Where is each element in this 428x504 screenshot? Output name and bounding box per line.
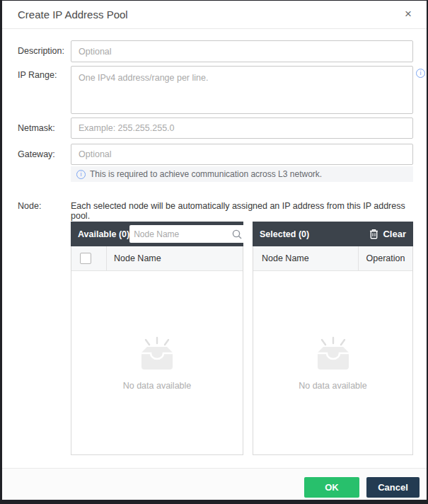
empty-box-icon (311, 336, 355, 372)
ip-range-textarea[interactable] (71, 66, 413, 114)
dialog-header: Create IP Address Pool × (2, 1, 427, 29)
description-label: Description: (18, 46, 64, 56)
selected-table-header: Node Name Operation (253, 246, 412, 271)
available-col-node-name: Node Name (114, 253, 161, 263)
node-search-input[interactable] (134, 229, 231, 239)
available-count-label: Available (0) (78, 229, 129, 239)
trash-icon (369, 229, 378, 239)
selected-panel-header: Selected (0) Clear (253, 222, 413, 246)
gateway-note-text: This is required to achieve communicatio… (90, 169, 322, 179)
search-icon[interactable] (231, 229, 243, 240)
clear-button[interactable]: Clear (369, 229, 406, 239)
column-divider (106, 246, 107, 270)
empty-box-icon (135, 336, 179, 372)
available-empty-text: No data available (123, 381, 192, 391)
description-input[interactable] (71, 40, 413, 62)
selected-count-label: Selected (0) (260, 229, 309, 239)
netmask-label: Netmask: (18, 123, 55, 133)
selected-empty-state: No data available (253, 271, 412, 454)
node-label: Node: (18, 201, 41, 211)
note-info-icon: i (76, 170, 86, 179)
cancel-button[interactable]: Cancel (366, 477, 420, 498)
gateway-note: i This is required to achieve communicat… (71, 166, 413, 182)
available-panel: Available (0) Node Name No dat (71, 222, 243, 455)
selected-col-node-name: Node Name (262, 253, 309, 263)
modal-overlay: Create IP Address Pool × Description: IP… (0, 0, 428, 504)
available-panel-header: Available (0) (71, 222, 243, 246)
available-empty-state: No data available (71, 271, 243, 454)
ip-range-info-icon[interactable]: i (416, 69, 425, 78)
close-icon[interactable]: × (400, 6, 416, 22)
node-description: Each selected node will be automatically… (71, 201, 413, 221)
selected-panel: Selected (0) Clear Node Name Operation (253, 222, 413, 455)
gateway-input[interactable] (71, 144, 413, 165)
dialog-footer: OK Cancel (2, 468, 427, 500)
netmask-input[interactable] (71, 118, 413, 139)
ip-range-label: IP Range: (18, 70, 57, 80)
selected-empty-text: No data available (299, 381, 367, 391)
dialog-title: Create IP Address Pool (18, 8, 128, 21)
select-all-checkbox[interactable] (80, 253, 91, 264)
clear-label: Clear (383, 229, 406, 239)
selected-col-operation: Operation (358, 253, 413, 263)
node-search-box (129, 225, 247, 243)
gateway-label: Gateway: (18, 149, 55, 159)
ok-button[interactable]: OK (304, 477, 359, 498)
available-table-header: Node Name (71, 246, 243, 271)
